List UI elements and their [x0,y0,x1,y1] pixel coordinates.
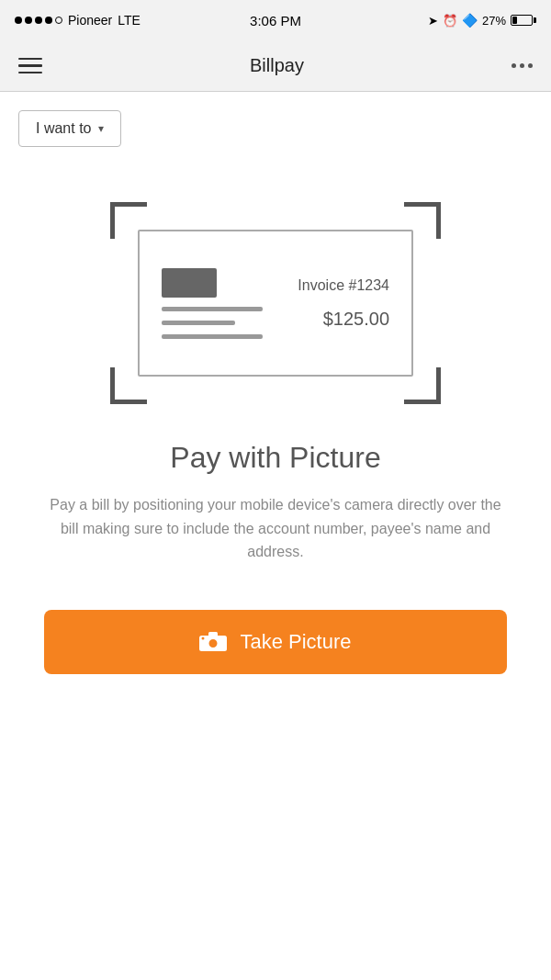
bill-card: Invoice #1234 $125.00 [138,230,413,377]
bluetooth-icon: 🔷 [462,13,478,28]
alarm-icon: ⏰ [443,14,457,28]
page-title: Billpay [250,55,304,76]
hamburger-line-2 [18,64,42,67]
svg-point-1 [208,638,219,648]
section-description: Pay a bill by positioning your mobile de… [46,493,505,564]
signal-dot-2 [25,17,32,24]
signal-dot-3 [35,17,42,24]
battery-icon [511,15,536,26]
carrier-name: Pioneer [68,13,112,28]
bill-illustration: Invoice #1234 $125.00 [110,202,441,404]
location-icon: ➤ [428,14,438,28]
status-left: Pioneer LTE [15,13,141,28]
main-content: I want to ▾ Invoice #1234 $125.00 Pay wi… [0,92,551,702]
bill-line-3 [162,334,263,339]
signal-dot-5 [55,17,62,24]
battery-percentage: 27% [482,14,506,28]
text-section: Pay with Picture Pay a bill by positioni… [18,441,533,564]
take-picture-label: Take Picture [240,630,351,654]
bill-line-2 [162,321,235,325]
more-dot-2 [520,63,524,68]
more-options-button[interactable] [512,63,533,68]
dropdown-label: I want to [36,120,91,137]
dropdown-arrow-icon: ▾ [98,122,104,135]
signal-dot-1 [15,17,22,24]
section-title: Pay with Picture [46,441,505,475]
take-picture-button[interactable]: Take Picture [44,610,507,674]
invoice-amount: $125.00 [323,309,389,330]
status-time: 3:06 PM [250,13,301,28]
signal-dot-4 [45,17,52,24]
invoice-label: Invoice #1234 [298,277,389,294]
network-type: LTE [118,13,141,28]
camera-icon [199,631,227,653]
bill-line-1 [162,307,263,311]
i-want-to-dropdown[interactable]: I want to ▾ [18,110,121,147]
hamburger-menu-button[interactable] [18,58,42,74]
hamburger-line-1 [18,58,42,61]
status-bar: Pioneer LTE 3:06 PM ➤ ⏰ 🔷 27% [0,0,551,40]
signal-dots [15,17,62,24]
hamburger-line-3 [18,72,42,74]
bill-card-right: Invoice #1234 $125.00 [298,277,389,330]
nav-bar: Billpay [0,40,551,92]
svg-point-3 [202,636,205,639]
more-dot-3 [528,63,533,68]
status-right: ➤ ⏰ 🔷 27% [428,13,536,28]
bill-logo-placeholder [162,268,217,298]
bill-card-left [162,268,298,339]
more-dot-1 [512,63,516,68]
svg-rect-2 [208,632,218,637]
